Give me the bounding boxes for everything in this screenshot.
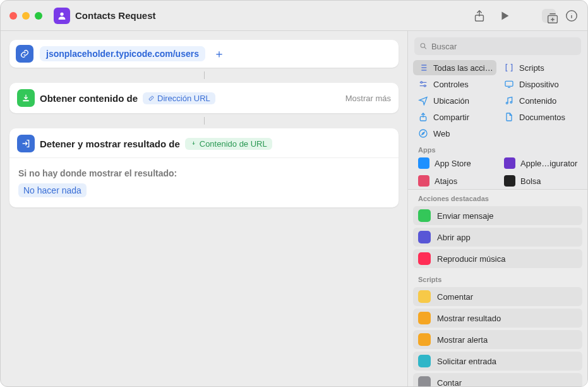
action-url[interactable]: jsonplaceholder.typicode.com/users ＋	[9, 40, 399, 68]
category-brackets[interactable]: Scripts	[499, 60, 582, 75]
url-value[interactable]: jsonplaceholder.typicode.com/users	[40, 46, 205, 61]
svg-point-9	[506, 102, 508, 104]
app-icon	[504, 157, 515, 169]
category-location[interactable]: Ubicación	[413, 93, 496, 108]
action-title: Detener y mostrar resultado de	[40, 138, 180, 149]
search-input[interactable]	[431, 42, 576, 51]
svg-point-0	[60, 12, 63, 15]
note-icon	[504, 95, 514, 106]
shortcut-icon	[54, 8, 70, 24]
svg-point-7	[424, 85, 426, 87]
shortcut-title: Contacts Request	[75, 10, 156, 21]
window-controls	[9, 12, 42, 20]
scripts-header: Scripts	[408, 271, 587, 285]
shortcuts-window: Contacts Request	[0, 0, 588, 387]
sliders-icon	[418, 79, 428, 89]
library-action[interactable]: Comentar	[413, 287, 582, 306]
content-token[interactable]: Contenido de URL	[185, 138, 272, 150]
library-action[interactable]: Solicitar entrada	[413, 352, 582, 371]
share-button[interactable]	[472, 9, 486, 23]
svg-point-10	[510, 101, 512, 103]
action-library: Todas las acci…ScriptsControlesDispositi…	[407, 31, 587, 386]
library-button[interactable]	[542, 9, 556, 23]
library-action[interactable]: Mostrar resultado	[413, 309, 582, 328]
safari-icon	[418, 128, 428, 138]
featured-header: Acciones destacadas	[408, 190, 587, 204]
svg-point-6	[421, 82, 423, 83]
category-safari[interactable]: Web	[413, 126, 496, 141]
action-icon	[418, 209, 431, 222]
action-suggestions: Acciones destacadas Enviar mensajeAbrir …	[408, 189, 587, 386]
category-doc[interactable]: Documentos	[499, 109, 582, 125]
close-window-button[interactable]	[9, 12, 17, 20]
add-url-button[interactable]: ＋	[212, 46, 227, 61]
action-get-contents[interactable]: Obtener contenido de Dirección URL Mostr…	[9, 83, 399, 113]
search-icon	[419, 42, 428, 51]
display-icon	[504, 79, 514, 89]
do-nothing-option[interactable]: No hacer nada	[18, 183, 87, 197]
doc-icon	[504, 112, 514, 122]
svg-rect-8	[505, 81, 513, 86]
action-icon	[418, 376, 431, 386]
list-icon	[418, 63, 428, 73]
category-sliders[interactable]: Controles	[413, 77, 496, 92]
brackets-icon	[504, 63, 514, 73]
svg-rect-4	[23, 100, 28, 101]
location-icon	[418, 95, 428, 106]
download-icon	[17, 89, 35, 107]
action-icon	[418, 333, 431, 346]
action-icon	[418, 290, 431, 303]
library-action[interactable]: Abrir app	[413, 228, 582, 247]
minimize-window-button[interactable]	[22, 12, 30, 20]
app-icon	[418, 175, 429, 187]
category-note[interactable]: Contenido	[499, 93, 582, 108]
share-icon	[418, 112, 428, 122]
category-list[interactable]: Todas las acci…	[413, 60, 496, 75]
search-field[interactable]	[414, 37, 581, 55]
library-action[interactable]: Mostrar alerta	[413, 330, 582, 349]
svg-point-5	[421, 44, 424, 47]
info-button[interactable]	[565, 9, 579, 23]
app-icon	[418, 157, 429, 169]
action-icon	[418, 312, 431, 324]
link-icon	[16, 45, 33, 63]
svg-point-12	[419, 130, 427, 137]
app-item[interactable]: Bolsa	[499, 173, 582, 189]
zoom-window-button[interactable]	[35, 12, 42, 20]
app-item[interactable]: App Store	[413, 155, 496, 171]
titlebar: Contacts Request	[1, 1, 587, 31]
apps-header: Apps	[408, 141, 587, 155]
action-title: Obtener contenido de	[40, 93, 138, 104]
category-display[interactable]: Dispositivo	[499, 77, 582, 92]
show-more-button[interactable]: Mostrar más	[345, 94, 391, 103]
connector	[204, 117, 205, 125]
exit-icon	[17, 135, 35, 152]
action-stop-show[interactable]: Detener y mostrar resultado de Contenido…	[9, 128, 399, 207]
app-item[interactable]: Atajos	[413, 173, 496, 189]
connector	[204, 71, 205, 79]
app-icon	[504, 175, 515, 187]
category-share[interactable]: Compartir	[413, 109, 496, 125]
action-icon	[418, 355, 431, 367]
action-icon	[418, 231, 431, 243]
library-action[interactable]: Contar	[413, 373, 582, 386]
app-item[interactable]: Apple…igurator	[499, 155, 582, 171]
url-token[interactable]: Dirección URL	[143, 92, 215, 104]
library-action[interactable]: Reproducir música	[413, 249, 582, 268]
library-action[interactable]: Enviar mensaje	[413, 206, 582, 225]
action-icon	[418, 252, 431, 265]
if-no-output-label: Si no hay donde mostrar el resultado:	[17, 163, 391, 180]
workflow-canvas[interactable]: jsonplaceholder.typicode.com/users ＋ Obt…	[1, 31, 407, 386]
run-button[interactable]	[498, 9, 512, 23]
